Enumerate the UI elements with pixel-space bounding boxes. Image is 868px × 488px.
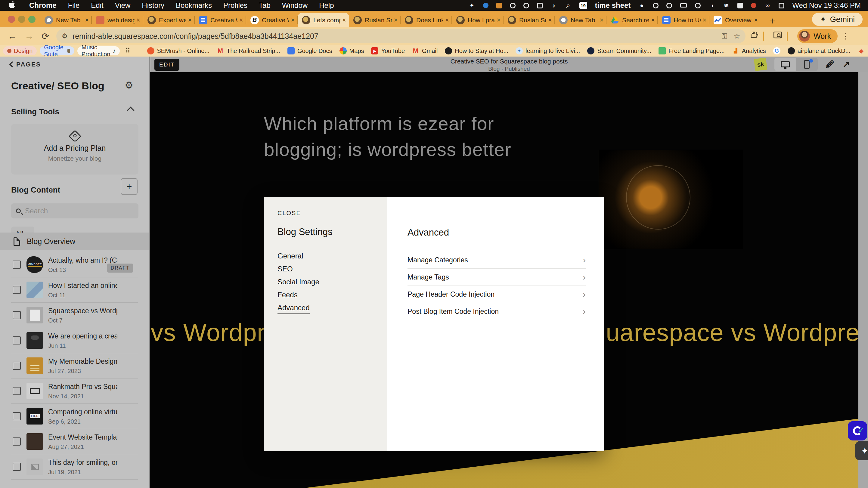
menu-chrome[interactable]: Chrome: [24, 1, 62, 10]
browser-icon[interactable]: [751, 3, 756, 8]
tab-close-icon[interactable]: ×: [497, 16, 500, 24]
profile-chip[interactable]: Work: [797, 29, 838, 43]
bookmark-youtube[interactable]: ▶YouTube: [371, 47, 405, 55]
nav-feeds[interactable]: Feeds: [278, 291, 298, 299]
password-key-icon[interactable]: ⚿: [721, 32, 727, 40]
switch-icon[interactable]: [779, 3, 784, 8]
nav-seo[interactable]: SEO: [278, 265, 293, 273]
bookmark-folder-music-production[interactable]: Music Production ♪: [78, 46, 120, 55]
menubar-clock[interactable]: Wed Nov 19 3:46 PM: [792, 1, 861, 10]
nav-advanced[interactable]: Advanced: [278, 303, 310, 314]
back-button[interactable]: ←: [8, 31, 17, 41]
url-text[interactable]: remind-able.squarespace.com/config/pages…: [72, 32, 715, 41]
menu-tab[interactable]: Tab: [253, 1, 276, 10]
post-row[interactable]: LIFE Comparing online virtual events ...…: [0, 404, 149, 429]
tab-close-icon[interactable]: ×: [394, 16, 398, 24]
menu-profiles[interactable]: Profiles: [218, 1, 253, 10]
tab-ruslan-2[interactable]: Ruslan Smirn ×: [503, 13, 555, 27]
menu-edit[interactable]: Edit: [85, 1, 109, 10]
tab-new-tab-1[interactable]: New Tab ×: [40, 13, 92, 27]
bookmark-analytics[interactable]: ▟Analytics: [732, 47, 766, 55]
tab-how-i-practice[interactable]: How I practic ×: [452, 13, 503, 27]
window-close-button[interactable]: [8, 15, 15, 23]
nav-general[interactable]: General: [278, 252, 303, 260]
reload-button[interactable]: ⟳: [41, 31, 49, 41]
manage-tags-row[interactable]: Manage Tags›: [407, 269, 586, 286]
side-panel-search-icon[interactable]: [774, 32, 782, 41]
music-icon[interactable]: ♪: [551, 2, 557, 9]
tab-close-icon[interactable]: ×: [651, 16, 655, 24]
post-checkbox[interactable]: [13, 463, 21, 471]
post-checkbox[interactable]: [13, 412, 21, 420]
tab-close-icon[interactable]: ×: [291, 16, 294, 24]
extensions-puzzle-icon[interactable]: [750, 31, 758, 41]
tab-lets-compare-active[interactable]: Lets compare ×: [298, 13, 349, 27]
bookmark-google-docs[interactable]: Google Docs: [287, 47, 332, 55]
grid-icon[interactable]: [737, 3, 743, 8]
calendar-icon[interactable]: 19: [579, 2, 587, 9]
bookmark-how-to-stay[interactable]: How to Stay at Ho...: [445, 47, 508, 55]
tab-close-icon[interactable]: ×: [85, 16, 89, 24]
site-info-icon[interactable]: ⚙: [62, 32, 68, 40]
tab-does-linkedin[interactable]: Does Linkedi ×: [401, 13, 452, 27]
battery-icon[interactable]: [680, 3, 687, 7]
tab-how-to-use[interactable]: How to Use T ×: [658, 13, 709, 27]
gear-icon[interactable]: ⚙: [125, 79, 133, 91]
person-icon[interactable]: ●: [638, 2, 645, 9]
post-checkbox[interactable]: [13, 437, 21, 446]
bookmark-steam[interactable]: Steam Community...: [587, 47, 651, 55]
manage-categories-row[interactable]: Manage Categories›: [407, 252, 586, 269]
new-tab-button[interactable]: +: [769, 15, 775, 27]
bookmark-star-icon[interactable]: ☆: [734, 32, 740, 40]
post-row[interactable]: We are opening a creative websi...Jun 11: [0, 328, 149, 353]
search-icon[interactable]: ⌕: [565, 2, 571, 9]
gemini-button[interactable]: ✦ Gemini: [812, 13, 863, 26]
post-checkbox[interactable]: [13, 261, 21, 269]
bookmark-free-landing[interactable]: Free Landing Page...: [658, 47, 725, 55]
tab-expert-web[interactable]: Expert web d ×: [143, 13, 195, 27]
post-row[interactable]: Squarespace vs Wordpress&nbs...Oct 7: [0, 303, 149, 328]
menu-bookmarks[interactable]: Bookmarks: [170, 1, 218, 10]
post-row[interactable]: Rankmath Pro vs Squarespace S...Nov 14, …: [0, 379, 149, 404]
menu-help[interactable]: Help: [313, 1, 340, 10]
clockify-extension-badge[interactable]: ✓: [848, 421, 867, 441]
zoom-app-icon[interactable]: [483, 3, 489, 8]
fingerprint-icon[interactable]: [695, 3, 701, 8]
menu-history[interactable]: History: [136, 1, 170, 10]
tab-new-tab-2[interactable]: New Tab ×: [555, 13, 607, 27]
display-icon[interactable]: [496, 3, 502, 8]
bookmark-maps[interactable]: Maps: [340, 47, 364, 55]
chrome-menu-kebab-icon[interactable]: ⋮: [842, 32, 850, 41]
tab-close-icon[interactable]: ×: [599, 16, 603, 24]
mobile-view-button[interactable]: [796, 58, 818, 71]
post-checkbox[interactable]: [13, 336, 21, 345]
bookmark-folder-google-suite[interactable]: Google Suite: [40, 46, 74, 55]
menu-file[interactable]: File: [62, 1, 86, 10]
ai-sparkle-badge[interactable]: ✦: [855, 441, 868, 460]
nav-social-image[interactable]: Social Image: [278, 278, 319, 286]
post-checkbox[interactable]: [13, 362, 21, 370]
bookmark-railroad[interactable]: MThe Railroad Strip...: [217, 47, 280, 55]
tab-web-designing[interactable]: web designin ×: [92, 13, 143, 27]
tab-close-icon[interactable]: ×: [239, 16, 243, 24]
forward-button[interactable]: →: [25, 31, 34, 41]
tab-creative-web-docs[interactable]: Creative Web ×: [195, 13, 246, 27]
menu-window[interactable]: Window: [276, 1, 313, 10]
sk-extension-badge[interactable]: sk: [754, 58, 767, 71]
wave-icon[interactable]: [523, 3, 529, 8]
post-checkbox[interactable]: [13, 387, 21, 395]
wifi-icon[interactable]: ≋: [723, 2, 730, 9]
tab-close-icon[interactable]: ×: [188, 16, 192, 24]
keyboard-icon[interactable]: [537, 3, 542, 8]
chevron-up-icon[interactable]: [127, 106, 134, 114]
tab-close-icon[interactable]: ×: [136, 16, 140, 24]
post-row[interactable]: How I started an online digital m...Oct …: [0, 278, 149, 303]
infinity-icon[interactable]: ∞: [764, 2, 771, 9]
blog-overview-item[interactable]: Blog Overview: [0, 233, 149, 250]
post-checkbox[interactable]: [13, 286, 21, 294]
shield2-icon[interactable]: [666, 3, 672, 8]
circle-icon[interactable]: [653, 3, 658, 8]
search-input[interactable]: Search: [11, 203, 138, 219]
tab-search-results[interactable]: Search result ×: [607, 13, 658, 27]
bookmark-gmail[interactable]: MGmail: [412, 47, 438, 55]
